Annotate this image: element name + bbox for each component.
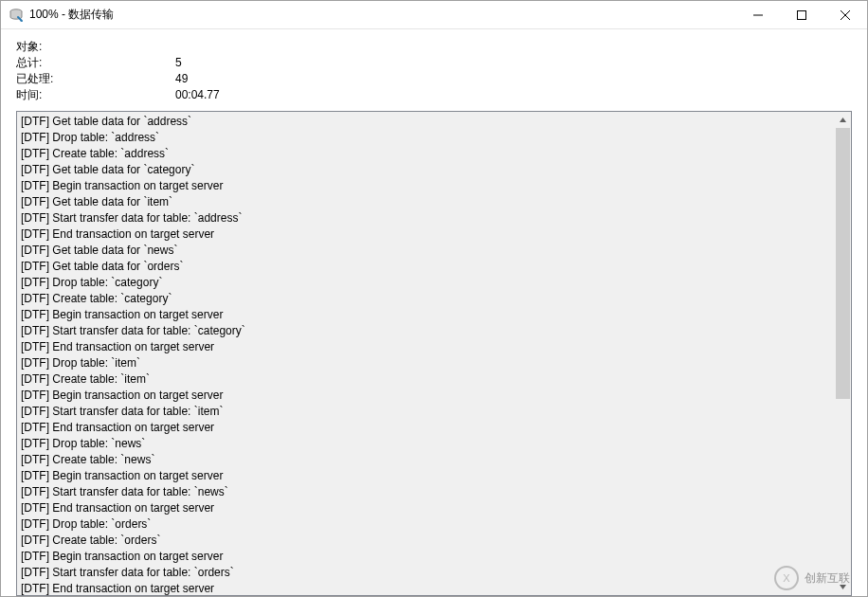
scroll-up-button[interactable]	[835, 112, 851, 128]
app-window: 100% - 数据传输 对象: 总计: 5 已处理: 49	[0, 0, 868, 597]
log-scrollbar[interactable]	[835, 112, 851, 595]
log-line[interactable]: [DTF] Drop table: `category`	[21, 275, 831, 291]
stat-value-processed: 49	[175, 71, 188, 87]
stat-row-total: 总计: 5	[16, 55, 852, 71]
log-line[interactable]: [DTF] End transaction on target server	[21, 339, 831, 355]
log-line[interactable]: [DTF] Begin transaction on target server	[21, 549, 831, 565]
log-line[interactable]: [DTF] Begin transaction on target server	[21, 388, 831, 404]
log-line[interactable]: [DTF] Drop table: `news`	[21, 436, 831, 452]
maximize-button[interactable]	[780, 1, 823, 29]
minimize-button[interactable]	[736, 1, 780, 29]
stat-label-total: 总计:	[16, 55, 175, 71]
log-line[interactable]: [DTF] Create table: `news`	[21, 452, 831, 468]
stat-row-time: 时间: 00:04.77	[16, 87, 852, 103]
log-line[interactable]: [DTF] Drop table: `address`	[21, 130, 831, 146]
scroll-down-button[interactable]	[835, 579, 851, 595]
log-line[interactable]: [DTF] Create table: `item`	[21, 371, 831, 388]
log-line[interactable]: [DTF] Get table data for `category`	[21, 162, 831, 178]
log-line[interactable]: [DTF] Start transfer data for table: `ad…	[21, 210, 831, 226]
log-line[interactable]: [DTF] Get table data for `address`	[21, 114, 831, 130]
scroll-track[interactable]	[835, 128, 851, 579]
log-line[interactable]: [DTF] Start transfer data for table: `ca…	[21, 323, 831, 339]
stat-value-time: 00:04.77	[175, 87, 220, 103]
stat-label-processed: 已处理:	[16, 71, 175, 87]
stat-label-time: 时间:	[16, 87, 175, 103]
stat-label-object: 对象:	[16, 39, 175, 55]
scroll-thumb[interactable]	[836, 128, 850, 399]
log-line[interactable]: [DTF] Start transfer data for table: `or…	[21, 565, 831, 581]
svg-line-4	[841, 10, 850, 20]
log-line[interactable]: [DTF] Get table data for `news`	[21, 243, 831, 259]
log-line[interactable]: [DTF] Get table data for `orders`	[21, 259, 831, 275]
log-line[interactable]: [DTF] Start transfer data for table: `ne…	[21, 484, 831, 500]
log-line[interactable]: [DTF] Drop table: `item`	[21, 355, 831, 371]
log-line[interactable]: [DTF] Create table: `orders`	[21, 533, 831, 549]
stats-panel: 对象: 总计: 5 已处理: 49 时间: 00:04.77	[16, 39, 852, 103]
log-line[interactable]: [DTF] Begin transaction on target server	[21, 307, 831, 323]
log-box: [DTF] Get table data for `address`[DTF] …	[16, 111, 852, 596]
close-button[interactable]	[823, 1, 867, 29]
log-line[interactable]: [DTF] Begin transaction on target server	[21, 468, 831, 484]
log-line[interactable]: [DTF] Drop table: `orders`	[21, 516, 831, 533]
log-line[interactable]: [DTF] Get table data for `item`	[21, 194, 831, 210]
svg-line-3	[841, 10, 850, 20]
log-line[interactable]: [DTF] End transaction on target server	[21, 226, 831, 243]
titlebar[interactable]: 100% - 数据传输	[1, 1, 867, 29]
stat-row-object: 对象:	[16, 39, 852, 55]
log-line[interactable]: [DTF] Create table: `address`	[21, 146, 831, 162]
content-area: 对象: 总计: 5 已处理: 49 时间: 00:04.77 [DTF] Get…	[1, 29, 867, 596]
log-line[interactable]: [DTF] End transaction on target server	[21, 581, 831, 595]
log-line[interactable]: [DTF] Begin transaction on target server	[21, 178, 831, 194]
log-line[interactable]: [DTF] Create table: `category`	[21, 291, 831, 307]
log-line[interactable]: [DTF] End transaction on target server	[21, 420, 831, 436]
log-line[interactable]: [DTF] End transaction on target server	[21, 500, 831, 516]
stat-value-total: 5	[175, 55, 182, 71]
svg-rect-2	[798, 10, 806, 19]
window-title: 100% - 数据传输	[29, 7, 114, 23]
log-line[interactable]: [DTF] Start transfer data for table: `it…	[21, 404, 831, 420]
log-lines[interactable]: [DTF] Get table data for `address`[DTF] …	[17, 112, 835, 595]
app-icon	[9, 8, 24, 23]
stat-row-processed: 已处理: 49	[16, 71, 852, 87]
